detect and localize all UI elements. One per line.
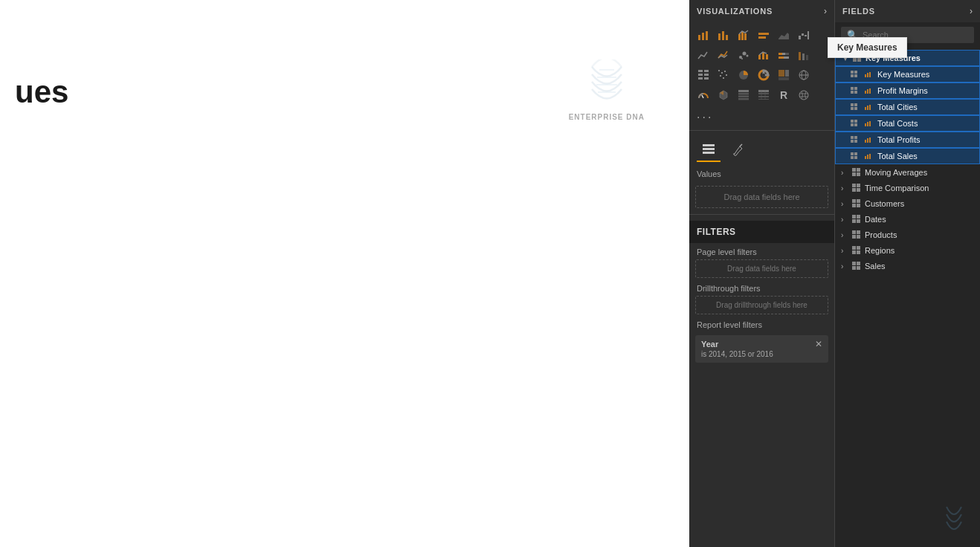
- svg-rect-33: [806, 55, 808, 60]
- field-group-regions: › Regions: [835, 243, 980, 258]
- moving-averages-group-header[interactable]: › Moving Averages: [835, 165, 980, 180]
- fields-watermark: [935, 499, 973, 540]
- drag-drill-filters[interactable]: Drag drillthrough fields here: [695, 296, 828, 314]
- dates-table-icon: [851, 215, 862, 224]
- viz-format-row: [689, 134, 834, 166]
- svg-rect-17: [805, 35, 807, 36]
- fields-panel-header: FIELDS ›: [835, 0, 980, 22]
- svg-rect-37: [704, 74, 709, 76]
- field-item-total-cities[interactable]: Total Cities: [835, 99, 980, 115]
- format-fields-icon[interactable]: [697, 138, 721, 162]
- svg-rect-123: [852, 184, 856, 187]
- svg-rect-94: [854, 107, 857, 110]
- svg-rect-84: [851, 87, 854, 90]
- svg-point-21: [747, 55, 749, 57]
- year-filter-close-button[interactable]: ✕: [815, 340, 822, 349]
- viz-icon-ribbon[interactable]: [794, 45, 813, 65]
- svg-rect-28: [785, 53, 789, 55]
- customers-arrow-icon: ›: [841, 200, 848, 208]
- svg-rect-81: [865, 74, 866, 77]
- time-comparison-arrow-icon: ›: [841, 184, 848, 192]
- viz-icon-R[interactable]: R: [774, 85, 793, 105]
- field-item-total-costs[interactable]: Total Costs: [835, 115, 980, 132]
- svg-rect-83: [869, 72, 871, 77]
- year-filter-chip: Year is 2014, 2015 or 2016 ✕: [695, 335, 828, 363]
- viz-icon-scatter2[interactable]: [714, 65, 733, 85]
- viz-icon-filled-map[interactable]: [714, 85, 733, 105]
- svg-rect-56: [738, 90, 749, 92]
- viz-icon-column[interactable]: [754, 25, 773, 45]
- field-group-key-measures: ▼ Key Measures Key Measures: [835, 50, 980, 164]
- fields-panel-collapse-arrow[interactable]: ›: [970, 6, 973, 16]
- svg-rect-23: [758, 55, 761, 59]
- fields-tree: ▼ Key Measures Key Measures: [835, 48, 980, 547]
- time-comparison-group-header[interactable]: › Time Comparison: [835, 181, 980, 195]
- drag-page-filters[interactable]: Drag data fields here: [695, 259, 828, 278]
- regions-group-header[interactable]: › Regions: [835, 243, 980, 258]
- key-measures-tooltip: Key Measures: [828, 37, 907, 58]
- viz-icon-donut[interactable]: [754, 65, 773, 85]
- viz-icon-line-bar[interactable]: [734, 25, 753, 45]
- sales-group-header[interactable]: › Sales: [835, 259, 980, 274]
- svg-rect-107: [851, 140, 854, 143]
- svg-rect-143: [852, 262, 856, 265]
- sales-arrow-icon: ›: [841, 262, 848, 271]
- field-item-key-measures-name: Key Measures: [877, 70, 929, 79]
- viz-icon-area2[interactable]: [714, 45, 733, 65]
- viz-row-2: [694, 45, 830, 65]
- viz-icon-waterfall[interactable]: [794, 25, 813, 45]
- field-group-customers: › Customers: [835, 196, 980, 211]
- svg-rect-82: [867, 73, 868, 77]
- time-comparison-group-name: Time Comparison: [865, 184, 974, 192]
- dates-group-header[interactable]: › Dates: [835, 212, 980, 227]
- field-item-total-profits-icon1: [851, 136, 861, 143]
- customers-table-icon: [851, 199, 862, 208]
- svg-rect-133: [852, 219, 856, 223]
- svg-rect-104: [869, 121, 871, 126]
- svg-rect-26: [778, 53, 782, 55]
- svg-rect-71: [703, 152, 715, 154]
- viz-icon-scatter[interactable]: [734, 45, 753, 65]
- viz-icon-matrix[interactable]: [694, 65, 713, 85]
- svg-rect-125: [852, 188, 856, 192]
- page-level-filters-label: Page level filters: [689, 243, 834, 258]
- viz-icon-gauge[interactable]: [694, 85, 713, 105]
- viz-icon-combo[interactable]: [754, 45, 773, 65]
- field-item-profit-margins[interactable]: Profit Margins: [835, 82, 980, 99]
- viz-icon-matrix2[interactable]: [754, 85, 773, 105]
- canvas-area: ues ENTERPRISE DNA: [0, 0, 689, 547]
- viz-icon-bar[interactable]: [694, 25, 713, 45]
- field-group-products: › Products: [835, 227, 980, 242]
- svg-rect-98: [851, 120, 854, 123]
- regions-group-name: Regions: [865, 246, 974, 255]
- viz-icon-treemap[interactable]: [774, 65, 793, 85]
- viz-panel-collapse-arrow[interactable]: ›: [824, 6, 827, 16]
- svg-rect-118: [869, 154, 871, 159]
- customers-group-header[interactable]: › Customers: [835, 196, 980, 211]
- field-item-key-measures[interactable]: Key Measures: [835, 66, 980, 82]
- sales-table-icon: [851, 262, 862, 271]
- svg-rect-42: [724, 71, 726, 72]
- products-group-header[interactable]: › Products: [835, 227, 980, 242]
- viz-icon-area[interactable]: [774, 25, 793, 45]
- viz-icon-line[interactable]: [694, 45, 713, 65]
- year-filter-content: Year is 2014, 2015 or 2016: [701, 340, 773, 358]
- svg-rect-128: [857, 199, 860, 203]
- drag-fields-area[interactable]: Drag data fields here: [695, 186, 828, 208]
- viz-icon-pie[interactable]: [734, 65, 753, 85]
- svg-rect-40: [718, 70, 720, 71]
- viz-icon-bar2[interactable]: [714, 25, 733, 45]
- viz-icon-globe[interactable]: [794, 85, 813, 105]
- svg-rect-134: [857, 219, 860, 223]
- field-group-dates: › Dates: [835, 212, 980, 227]
- field-item-total-profits[interactable]: Total Profits: [835, 132, 980, 148]
- viz-icon-map[interactable]: [794, 65, 813, 85]
- viz-icon-100bar[interactable]: [774, 45, 793, 65]
- viz-more-dots[interactable]: ···: [689, 108, 834, 127]
- field-item-total-sales[interactable]: Total Sales: [835, 148, 980, 164]
- svg-rect-105: [851, 136, 854, 139]
- viz-icon-table2[interactable]: [734, 85, 753, 105]
- field-item-total-costs-name: Total Costs: [877, 119, 918, 128]
- format-brush-icon[interactable]: [726, 138, 750, 162]
- svg-rect-93: [851, 107, 854, 110]
